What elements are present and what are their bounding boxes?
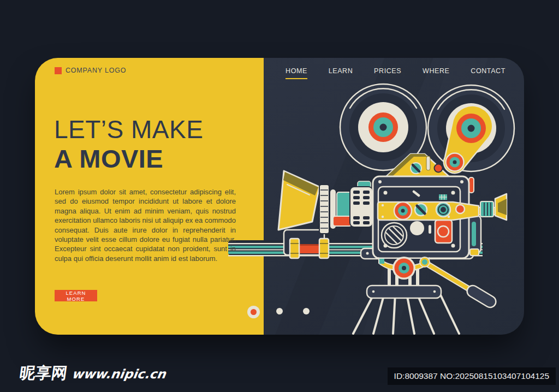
nav-item-learn[interactable]: LEARN <box>329 67 353 78</box>
image-id-badge: ID:8009387 NO:20250815103407104125 <box>388 367 556 385</box>
learn-more-button[interactable]: LEARN MORE <box>55 290 97 301</box>
logo-mark-icon <box>55 67 62 74</box>
carousel-dot-active[interactable] <box>247 306 260 318</box>
carousel-dot-2[interactable] <box>276 308 283 314</box>
watermark-site-name: 昵享网 <box>18 363 69 384</box>
nav-item-home[interactable]: HOME <box>286 67 307 79</box>
main-nav: HOME LEARN PRICES WHERE CONTACT <box>286 67 506 79</box>
hero-paragraph: Lorem ipsum dolor sit amet, consectetur … <box>55 187 236 263</box>
landing-page-card: COMPANY LOGO LET’S MAKE A MOVIE Lorem ip… <box>35 58 524 335</box>
illustration-panel <box>264 58 524 335</box>
nav-item-contact[interactable]: CONTACT <box>471 67 506 78</box>
carousel-dot-3[interactable] <box>303 308 310 314</box>
hero-title-line2: A MOVIE <box>54 143 203 175</box>
nav-item-where[interactable]: WHERE <box>423 67 450 78</box>
company-logo[interactable]: COMPANY LOGO <box>55 67 126 74</box>
logo-label: COMPANY LOGO <box>66 67 126 74</box>
nav-item-prices[interactable]: PRICES <box>374 67 401 78</box>
watermark-site-url: www.nipic.cn <box>71 367 167 381</box>
hero-heading: LET’S MAKE A MOVIE <box>54 116 203 175</box>
page: { "window": { "bg_color": "#161b25" }, "… <box>0 0 559 392</box>
watermark: 昵享网 www.nipic.cn <box>18 363 168 384</box>
carousel-dot-core <box>251 309 257 315</box>
hero-title-line1: LET’S MAKE <box>54 116 203 143</box>
